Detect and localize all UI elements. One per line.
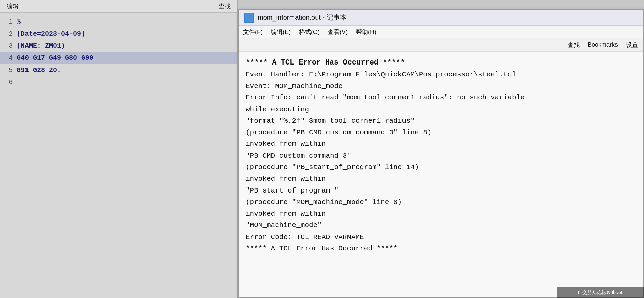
line-number: 6 <box>0 78 17 86</box>
error-text-line: invoked from within <box>246 209 637 220</box>
notepad-menu-item[interactable]: 帮助(H) <box>356 28 376 36</box>
error-text-line: invoked from within <box>246 174 637 185</box>
error-text-line: "format "%.2f" $mom_tool_corner1_radius" <box>246 116 637 127</box>
line-number: 1 <box>0 18 17 26</box>
error-text-line: Error Code: TCL READ VARNAME <box>246 232 637 243</box>
code-editor-panel: 编辑 查找 1%2(Date=2023-04-09)3(NAME: ZM01)4… <box>0 0 238 298</box>
error-text-line: "PB_start_of_program " <box>246 185 637 197</box>
notepad-title: mom_information.out - 记事本 <box>258 13 347 22</box>
line-content: G40 G17 G49 G80 G90 <box>17 54 93 62</box>
notepad-toolbar-item[interactable]: 设置 <box>626 41 638 49</box>
bottom-bar: 广交朋友花花0yul.666 <box>557 287 644 298</box>
notepad-toolbar: 查找Bookmarks设置 <box>239 38 643 52</box>
error-text-line: ***** A TCL Error Has Occurred ***** <box>246 243 637 254</box>
editor-line: 2(Date=2023-04-09) <box>0 28 237 40</box>
line-content: G91 G28 Z0. <box>17 66 61 74</box>
error-text-line: (procedure "MOM_machine_mode" line 8) <box>246 197 637 208</box>
notepad-menu-item[interactable]: 文件(F) <box>243 28 263 36</box>
notepad-titlebar: mom_information.out - 记事本 <box>239 10 643 26</box>
line-number: 3 <box>0 42 17 50</box>
line-content: (NAME: ZM01) <box>17 42 65 50</box>
notepad-icon <box>244 13 254 23</box>
line-number: 4 <box>0 54 17 62</box>
line-number: 2 <box>0 30 17 38</box>
notepad-toolbar-item[interactable]: Bookmarks <box>588 41 618 48</box>
error-text-line: ***** A TCL Error Has Occurred ***** <box>246 57 637 69</box>
notepad-menubar: 文件(F)编辑(E)格式(O)查看(V)帮助(H) <box>239 26 643 38</box>
notepad-menu-item[interactable]: 格式(O) <box>299 28 320 36</box>
error-text-line: while executing <box>246 104 637 115</box>
bottom-bar-text: 广交朋友花花0yul.666 <box>578 290 624 296</box>
error-text-line: (procedure "PB_start_of_program" line 14… <box>246 162 637 173</box>
notepad-window: mom_information.out - 记事本 文件(F)编辑(E)格式(O… <box>238 9 644 298</box>
line-number: 5 <box>0 66 17 74</box>
notepad-menu-item[interactable]: 编辑(E) <box>271 28 291 36</box>
editor-line: 3(NAME: ZM01) <box>0 40 237 52</box>
error-text-line: "PB_CMD_custom_command_3" <box>246 151 637 162</box>
error-text-line: Event Handler: E:\Program Files\QuickCAM… <box>246 69 637 80</box>
error-text-line: (procedure "PB_CMD_custom_command_3" lin… <box>246 127 637 138</box>
line-content: % <box>17 18 21 26</box>
topbar-edit[interactable]: 编辑 <box>7 2 19 10</box>
notepad-menu-item[interactable]: 查看(V) <box>328 28 348 36</box>
error-text-line: Error Info: can't read "mom_tool_corner1… <box>246 92 637 103</box>
line-content: (Date=2023-04-09) <box>17 30 85 38</box>
editor-line: 1% <box>0 15 237 28</box>
error-text-line: Event: MOM_machine_mode <box>246 81 637 92</box>
error-text-line: "MOM_machine_mode" <box>246 220 637 231</box>
notepad-content: ***** A TCL Error Has Occurred *****Even… <box>239 52 643 297</box>
editor-content: 1%2(Date=2023-04-09)3(NAME: ZM01)4G40 G1… <box>0 13 237 298</box>
error-text-line: invoked from within <box>246 139 637 150</box>
editor-line: 6 <box>0 76 237 88</box>
editor-topbar: 编辑 查找 <box>0 0 237 13</box>
topbar-find[interactable]: 查找 <box>219 2 231 10</box>
notepad-toolbar-item[interactable]: 查找 <box>568 41 580 49</box>
editor-line: 4G40 G17 G49 G80 G90 <box>0 52 237 64</box>
editor-line: 5G91 G28 Z0. <box>0 64 237 76</box>
